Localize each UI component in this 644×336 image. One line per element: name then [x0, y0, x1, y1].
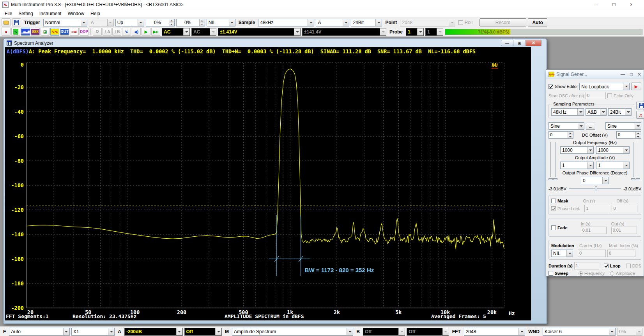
close-button[interactable]: × [628, 2, 635, 7]
sample-channel-combo[interactable]: A [316, 19, 349, 26]
master-level-slider[interactable] [568, 186, 622, 192]
multimeter-button[interactable]: 888 [31, 28, 40, 36]
dds-checkbox [626, 264, 631, 268]
sample-bits-combo[interactable]: 24Bit [351, 19, 382, 26]
probe-a-combo[interactable]: 1 [406, 28, 424, 36]
speaker-button[interactable]: ◀) [132, 28, 141, 36]
echo-only-label: Echo Only [614, 93, 633, 98]
mask-checkbox[interactable] [551, 199, 556, 203]
oscilloscope-button[interactable]: ∿ [11, 28, 20, 36]
window-maximize-button[interactable]: ▣ [513, 40, 526, 46]
run-button[interactable]: ▶ [142, 28, 150, 36]
spin-up-icon[interactable] [169, 19, 174, 23]
waveform-a-combo[interactable]: Sine [548, 122, 584, 130]
chevron-down-icon [138, 19, 144, 26]
modulation-type-combo[interactable]: NIL [551, 250, 573, 257]
chevron-down-icon [587, 147, 593, 153]
fade-checkbox[interactable] [551, 225, 556, 230]
a-reference-combo[interactable]: Off [184, 328, 222, 336]
trigger-level-spin[interactable]: 0% [146, 19, 175, 26]
waveform-b-combo[interactable]: Sine [605, 122, 641, 130]
save-signal-button[interactable] [636, 102, 644, 109]
open-file-button[interactable] [2, 18, 11, 26]
dc-offset-b-spin[interactable]: 0 [616, 131, 641, 139]
ddp-viewer-button[interactable]: DDP [80, 28, 88, 36]
menu-item-setting[interactable]: Setting [15, 10, 36, 17]
zoom-combo[interactable]: X1 [71, 328, 115, 336]
run-single-button[interactable]: ▶o [151, 28, 160, 36]
spectrum-3d-plot-icon: ◪ [42, 29, 48, 35]
device-test-plan-button[interactable]: DUT [60, 28, 69, 36]
spectrum-analyzer-button[interactable]: ▂▅▃▇ [21, 28, 30, 36]
record-button[interactable]: ● [2, 28, 11, 36]
spin-up-icon[interactable] [636, 132, 641, 135]
start-generator-button[interactable]: ▶ [631, 83, 641, 90]
y-tick-label: -180 [11, 280, 24, 287]
spectrum-mode-combo[interactable]: Amplitude Spectrum [232, 328, 353, 336]
menu-item-file[interactable]: File [2, 10, 15, 17]
sweep-checkbox[interactable] [548, 271, 553, 276]
trigger-edge-combo[interactable]: Up [115, 19, 144, 26]
trigger-delay-spin[interactable]: 0% [176, 19, 205, 26]
sample-rate-combo[interactable]: 48kHz [258, 19, 314, 26]
slider-handle[interactable] [595, 186, 597, 191]
y-tick-label: -140 [11, 231, 24, 237]
output-level-sliders-right[interactable] [631, 142, 641, 183]
window-function-combo[interactable]: Kaiser 6 [543, 328, 616, 336]
chevron-down-icon [636, 328, 642, 335]
spectrum-analyzer-window[interactable]: Spectrum Analyzer — ▣ ✕ A(dBFS)A: Peak F… [3, 38, 547, 324]
window-close-button[interactable]: ✕ [526, 40, 541, 46]
open-signal-library-button[interactable]: ♬ [636, 111, 644, 119]
menu-item-help[interactable]: Help [87, 10, 103, 17]
signal-generator-titlebar[interactable]: ∿∿ Signal Gener... — □ ✕ [546, 70, 644, 79]
menu-item-window[interactable]: Window [64, 10, 87, 17]
panel-maximize-button[interactable]: □ [630, 72, 633, 77]
app-icon: ∿ [2, 2, 9, 8]
minimize-button[interactable]: – [593, 2, 600, 7]
spin-down-icon[interactable] [568, 135, 573, 139]
spectrum-3d-plot-button[interactable]: ◪ [41, 28, 50, 36]
spin-up-icon[interactable] [568, 132, 573, 135]
signal-generator-button[interactable]: ∿∿ [50, 28, 59, 36]
spectrum-analyzer-titlebar[interactable]: Spectrum Analyzer [4, 39, 547, 47]
auto-button[interactable]: Auto [528, 18, 547, 26]
loop-checkbox[interactable] [604, 264, 609, 268]
trigger-hpf-combo[interactable]: NIL [207, 19, 235, 26]
save-file-button[interactable] [12, 18, 21, 26]
spin-down-icon[interactable] [636, 135, 641, 139]
menu-item-instrument[interactable]: Instrument [36, 10, 65, 17]
frequency-a-combo[interactable]: 1000 [560, 146, 594, 154]
calibration-probe-button[interactable]: ↯ [122, 28, 131, 36]
amplitude-b-combo[interactable]: 1 [596, 162, 630, 169]
signal-generator-panel[interactable]: ∿∿ Signal Gener... — □ ✕ Show Editor No … [546, 69, 644, 276]
output-level-sliders-left[interactable] [548, 142, 559, 183]
coupling-a-combo[interactable]: AC [162, 28, 190, 36]
phase-combo[interactable]: 0 [581, 177, 609, 184]
panel-close-button[interactable]: ✕ [637, 72, 641, 77]
panel-minimize-button[interactable]: — [621, 72, 625, 77]
derived-data-curves-button[interactable]: ≈≋ [70, 28, 79, 36]
frequency-b-combo[interactable]: 1000 [596, 146, 630, 154]
y-tick-label: -40 [14, 109, 24, 115]
trigger-mode-combo[interactable]: Normal [43, 19, 87, 26]
window-minimize-button[interactable]: — [501, 40, 513, 46]
spin-down-icon[interactable] [200, 23, 205, 26]
spin-down-icon[interactable] [169, 23, 174, 26]
show-editor-checkbox[interactable] [548, 84, 553, 89]
amplitude-a-combo[interactable]: 1 [560, 162, 594, 169]
gen-sample-rate-combo[interactable]: 48kHz [551, 108, 584, 116]
range-a-combo[interactable]: ±1.414V [218, 28, 301, 36]
spectrum-chart[interactable]: 0-20-40-60-80-100-120-140-160-180-200205… [5, 47, 531, 321]
maximize-button[interactable]: □ [610, 2, 617, 7]
frequency-axis-mode-combo[interactable]: Auto [9, 328, 70, 336]
gen-bits-combo[interactable]: 24Bit [608, 108, 632, 116]
spin-up-icon[interactable] [200, 19, 205, 23]
loopback-combo[interactable]: No Loopback [579, 83, 630, 90]
fade-in-input: 0.01 [581, 227, 607, 234]
gen-channels-combo[interactable]: A&B [586, 108, 607, 116]
fft-size-combo[interactable]: 2048 [464, 328, 525, 336]
multimeter-icon: 888 [31, 29, 39, 35]
waveform-editor-button[interactable]: ... [586, 123, 595, 130]
a-range-combo[interactable]: -200dB [124, 328, 183, 336]
dc-offset-a-spin[interactable]: 0 [548, 131, 573, 139]
